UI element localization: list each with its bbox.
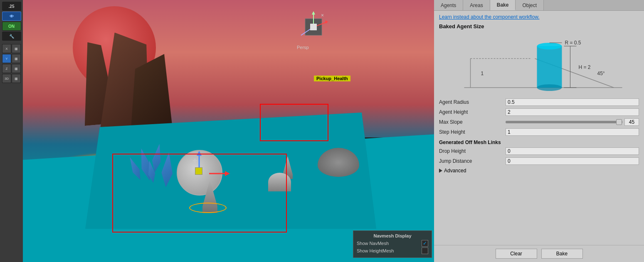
max-slope-track xyxy=(506,121,623,123)
selection-box-large xyxy=(112,154,287,233)
tools-button[interactable]: 🔧 xyxy=(2,32,21,41)
advanced-label: Advanced xyxy=(444,168,466,174)
viewport[interactable]: ✛ Pickup_Health × Persp xyxy=(23,0,434,262)
left-toolbar: .25 👁 ON 🔧 X ▦ Y ▦ Z ▦ 3D ▦ xyxy=(0,0,23,262)
show-navmesh-checkbox[interactable]: ✓ xyxy=(422,240,428,247)
y-button[interactable]: Y xyxy=(2,54,11,63)
drop-height-row: Drop Height 0 xyxy=(439,147,639,155)
show-navmesh-label: Show NavMesh xyxy=(357,241,389,246)
max-slope-row: Max Slope 45 xyxy=(439,118,639,126)
show-heightmesh-checkbox[interactable] xyxy=(422,247,428,254)
max-slope-slider-container: 45 xyxy=(506,118,639,126)
svg-rect-11 xyxy=(310,24,317,30)
agent-radius-row: Agent Radius 0.5 xyxy=(439,98,639,106)
panel-content: Learn instead about the component workfl… xyxy=(434,11,644,245)
show-heightmesh-row: Show HeightMesh xyxy=(357,247,428,254)
camera-gizmo-area: × Persp xyxy=(297,10,330,50)
jump-distance-value[interactable]: 0 xyxy=(506,157,639,165)
3d-row: 3D ▦ xyxy=(2,74,21,83)
grid3-button[interactable]: ▦ xyxy=(12,64,21,73)
baked-agent-size-title: Baked Agent Size xyxy=(439,23,639,29)
max-slope-label: Max Slope xyxy=(439,119,506,125)
3d-button[interactable]: 3D xyxy=(2,74,11,83)
grid2-button[interactable]: ▦ xyxy=(12,54,21,63)
svg-text:1: 1 xyxy=(481,71,484,76)
max-slope-value[interactable]: 45 xyxy=(624,118,639,126)
svg-point-21 xyxy=(537,43,562,49)
grid-button[interactable]: ▦ xyxy=(12,44,21,53)
camera-gizmo: × xyxy=(297,10,330,44)
step-height-label: Step Height xyxy=(439,129,506,135)
right-panel: Agents Areas Bake Object Learn instead a… xyxy=(434,0,644,262)
jump-distance-label: Jump Distance xyxy=(439,158,506,164)
navmesh-panel-title: Navmesh Display xyxy=(357,233,428,238)
value-button[interactable]: .25 xyxy=(2,2,21,11)
show-heightmesh-label: Show HeightMesh xyxy=(357,248,394,253)
advanced-toggle[interactable]: Advanced xyxy=(439,168,639,174)
on-button[interactable]: ON xyxy=(2,22,21,31)
tab-areas[interactable]: Areas xyxy=(463,0,490,10)
agent-height-value[interactable]: 2 xyxy=(506,108,639,116)
tab-agents[interactable]: Agents xyxy=(434,0,463,10)
svg-point-22 xyxy=(537,84,562,91)
drop-height-value[interactable]: 0 xyxy=(506,147,639,155)
agent-radius-value[interactable]: 0.5 xyxy=(506,98,639,106)
component-workflow-link[interactable]: Learn instead about the component workfl… xyxy=(439,14,639,20)
svg-marker-7 xyxy=(325,20,328,24)
jump-distance-row: Jump Distance 0 xyxy=(439,157,639,165)
y-row: Y ▦ xyxy=(2,54,21,63)
navmesh-display-panel: Navmesh Display Show NavMesh ✓ Show Heig… xyxy=(353,230,432,258)
advanced-chevron-icon xyxy=(439,169,442,173)
max-slope-fill xyxy=(506,121,617,123)
svg-text:×: × xyxy=(321,12,324,18)
pickup-health-label: Pickup_Health xyxy=(314,76,350,81)
svg-text:45°: 45° xyxy=(597,71,605,76)
bottom-buttons: Clear Bake xyxy=(434,245,644,262)
xy-row: X ▦ xyxy=(2,44,21,53)
grid4-button[interactable]: ▦ xyxy=(12,74,21,83)
max-slope-thumb[interactable] xyxy=(616,119,622,125)
bake-button[interactable]: Bake xyxy=(541,249,583,259)
svg-rect-20 xyxy=(537,46,562,88)
svg-text:R = 0.5: R = 0.5 xyxy=(565,40,581,46)
tabs-bar: Agents Areas Bake Object xyxy=(434,0,644,11)
agent-radius-label: Agent Radius xyxy=(439,99,506,105)
eye-grid-button[interactable]: 👁 xyxy=(2,12,21,21)
clear-button[interactable]: Clear xyxy=(496,249,537,259)
z-row: Z ▦ xyxy=(2,64,21,73)
svg-text:H = 2: H = 2 xyxy=(579,64,591,70)
drop-height-label: Drop Height xyxy=(439,148,506,154)
tab-bake[interactable]: Bake xyxy=(490,0,516,10)
selection-box-small xyxy=(260,104,328,141)
agent-size-diagram: 1 45° R = 0.5 H = 2 xyxy=(439,34,639,94)
off-mesh-links-title: Generated Off Mesh Links xyxy=(439,140,639,145)
show-navmesh-row: Show NavMesh ✓ xyxy=(357,240,428,247)
agent-height-label: Agent Height xyxy=(439,109,506,115)
agent-diagram-svg: 1 45° R = 0.5 H = 2 xyxy=(439,34,639,94)
tab-object[interactable]: Object xyxy=(516,0,544,10)
z-button[interactable]: Z xyxy=(2,64,11,73)
svg-marker-9 xyxy=(312,11,315,15)
x-button[interactable]: X xyxy=(2,44,11,53)
agent-height-row: Agent Height 2 xyxy=(439,108,639,116)
persp-label: Persp xyxy=(297,45,330,50)
step-height-value[interactable]: 1 xyxy=(506,128,639,136)
step-height-row: Step Height 1 xyxy=(439,128,639,136)
